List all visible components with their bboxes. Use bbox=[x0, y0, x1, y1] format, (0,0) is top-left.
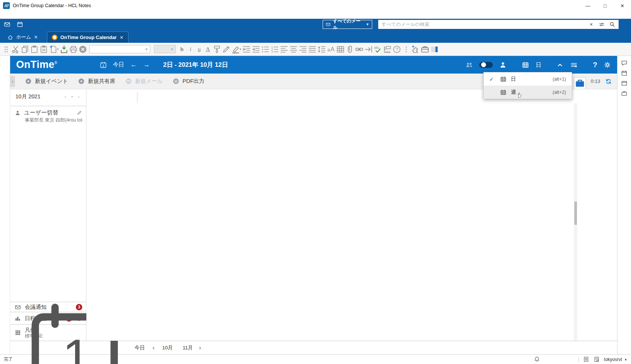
print-icon[interactable] bbox=[69, 45, 78, 54]
toolbar-more-icon[interactable] bbox=[402, 45, 411, 54]
location-doc-icon[interactable] bbox=[583, 356, 589, 362]
collapse-sidebar-button[interactable]: ‹ bbox=[10, 76, 15, 87]
menu-item-week-view[interactable]: 週 (alt+2) bbox=[484, 86, 572, 99]
check-icon: ✓ bbox=[489, 76, 496, 82]
svg-text:3: 3 bbox=[271, 50, 273, 53]
settings-gear-icon[interactable] bbox=[604, 61, 611, 69]
help-icon[interactable]: ? bbox=[593, 61, 597, 69]
search-options-icon[interactable] bbox=[599, 21, 605, 27]
signer-doc-icon[interactable] bbox=[593, 356, 600, 362]
spellcheck-icon[interactable]: abc bbox=[373, 45, 383, 54]
svg-text:abc: abc bbox=[374, 46, 380, 50]
text-properties-icon[interactable]: aA bbox=[326, 45, 336, 54]
prev-arrow-icon[interactable]: ← bbox=[130, 61, 137, 69]
format-painter-icon[interactable] bbox=[212, 45, 222, 54]
bold-button[interactable]: b bbox=[178, 46, 186, 53]
notification-bell-icon[interactable] bbox=[534, 356, 540, 362]
tab-home-close-icon[interactable]: ✕ bbox=[34, 35, 38, 40]
close-button[interactable]: ✕ bbox=[614, 0, 631, 11]
pdf-export-button[interactable]: PDF出力 bbox=[172, 78, 204, 85]
clear-search-icon[interactable]: × bbox=[588, 21, 594, 27]
plus-circle-icon bbox=[78, 78, 85, 85]
group-person-toggle[interactable] bbox=[479, 62, 493, 68]
refresh-icon[interactable] bbox=[605, 78, 612, 85]
attachment-icon[interactable] bbox=[345, 45, 355, 54]
toolbox-icon[interactable] bbox=[420, 45, 430, 54]
server-indicator[interactable]: tokyosrvt ▲ bbox=[604, 357, 627, 362]
new-event-button[interactable]: 新規イベント bbox=[25, 78, 68, 85]
calendar-body: 10月 2021 ‹ • › ユーザー切替 事業部長 東京 四郎(4rou to… bbox=[10, 89, 617, 341]
line-spacing-icon[interactable] bbox=[317, 45, 326, 54]
ruler-icon[interactable] bbox=[383, 45, 392, 54]
tab-ontime-calendar[interactable]: OnTime Group Calendar ✕ bbox=[47, 32, 128, 43]
mail-icon[interactable] bbox=[4, 21, 11, 28]
new-mail-button[interactable]: 新規メール bbox=[125, 78, 163, 85]
import-icon[interactable] bbox=[59, 45, 69, 54]
today-button[interactable]: 今日 bbox=[113, 61, 124, 68]
briefcase-panel-icon[interactable] bbox=[621, 90, 628, 97]
font-size-select[interactable]: ▼ bbox=[154, 45, 176, 53]
stop-icon[interactable] bbox=[78, 45, 88, 54]
new-shared-button[interactable]: 新規共有席 bbox=[78, 78, 115, 85]
group-view-icon[interactable] bbox=[465, 61, 473, 69]
collapse-header-icon[interactable] bbox=[556, 61, 564, 69]
link-icon[interactable] bbox=[355, 45, 364, 54]
calendar-view-icon[interactable] bbox=[522, 61, 529, 69]
numbered-list-icon[interactable]: 123 bbox=[270, 45, 279, 54]
text-color-button[interactable]: A bbox=[204, 46, 212, 53]
date-strip-prev-icon[interactable]: ‹ bbox=[152, 344, 155, 352]
new-document-caret-icon[interactable]: ▼ bbox=[56, 48, 59, 51]
goto-icon[interactable] bbox=[364, 45, 373, 54]
window-layout-icon[interactable] bbox=[430, 45, 439, 54]
table-icon[interactable] bbox=[336, 45, 345, 54]
copy-icon[interactable] bbox=[20, 45, 30, 54]
status-text: 完了 bbox=[4, 356, 13, 362]
tab-ontime-close-icon[interactable]: ✕ bbox=[120, 35, 124, 40]
briefcase-tab[interactable] bbox=[574, 77, 586, 89]
edit-pencil-icon[interactable] bbox=[77, 110, 82, 116]
date-strip-next-icon[interactable]: › bbox=[199, 344, 201, 352]
indent-icon[interactable] bbox=[242, 45, 251, 54]
font-select[interactable]: ▼ bbox=[89, 45, 150, 53]
application-window: OnTime Group Calendar - HCL Notes — □ ✕ … bbox=[0, 0, 631, 364]
chevron-down-icon: ▼ bbox=[366, 23, 369, 26]
person-view-icon[interactable] bbox=[499, 61, 507, 69]
outdent-icon[interactable] bbox=[251, 45, 261, 54]
toolbar-grip-icon[interactable] bbox=[2, 45, 11, 54]
window-panel-icon[interactable] bbox=[621, 80, 628, 87]
calendar-icon[interactable] bbox=[17, 21, 23, 28]
paste-icon[interactable] bbox=[30, 45, 39, 54]
doc-help-icon[interactable]: ? bbox=[392, 45, 402, 54]
search-icon[interactable] bbox=[609, 21, 615, 27]
align-left-icon[interactable] bbox=[279, 45, 289, 54]
calendar-panel-icon[interactable] bbox=[621, 70, 628, 77]
align-justify-icon[interactable] bbox=[308, 45, 317, 54]
maximize-button[interactable]: □ bbox=[596, 0, 614, 11]
mini-calendar-nav[interactable]: ‹ • › bbox=[65, 94, 83, 99]
today-calendar-icon[interactable]: 1 bbox=[100, 61, 107, 69]
align-center-icon[interactable] bbox=[289, 45, 298, 54]
bri efcase-icon bbox=[574, 78, 586, 89]
permanent-pen-icon[interactable] bbox=[222, 45, 231, 54]
applet-icon[interactable] bbox=[411, 45, 420, 54]
shortcut-label: (alt+1) bbox=[553, 77, 566, 82]
vertical-scrollbar[interactable] bbox=[574, 103, 577, 341]
search-scope-dropdown[interactable]: すべてのメール ▼ bbox=[323, 20, 372, 29]
scrollbar-thumb[interactable] bbox=[574, 202, 577, 225]
minimize-button[interactable]: — bbox=[579, 0, 596, 11]
italic-button[interactable]: i bbox=[186, 46, 195, 53]
day-view-icon[interactable]: 日 bbox=[536, 62, 541, 68]
mail-circle-icon bbox=[125, 78, 132, 85]
display-options-icon[interactable] bbox=[570, 61, 578, 69]
cut-icon[interactable] bbox=[11, 45, 20, 54]
search-input[interactable]: すべてのメールの検索 × bbox=[378, 20, 619, 29]
next-arrow-icon[interactable]: → bbox=[143, 61, 150, 69]
menu-item-day-view[interactable]: ✓ 日 (alt+1) bbox=[484, 72, 572, 86]
tab-home[interactable]: ホーム ✕ bbox=[3, 32, 42, 43]
chat-icon[interactable] bbox=[621, 60, 628, 66]
highlighter-caret-icon[interactable]: ▼ bbox=[239, 48, 242, 51]
bullet-list-icon[interactable] bbox=[261, 45, 270, 54]
align-right-icon[interactable] bbox=[298, 45, 308, 54]
paste-special-icon[interactable] bbox=[39, 45, 48, 54]
underline-button[interactable]: u bbox=[195, 46, 204, 53]
